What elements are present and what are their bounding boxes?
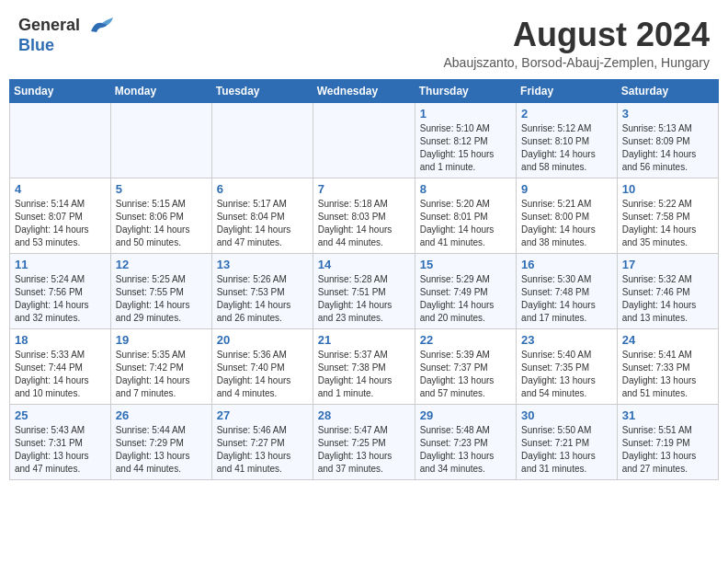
day-number: 16 [521,258,612,271]
col-wednesday: Wednesday [313,79,415,102]
day-info: Sunrise: 5:14 AM Sunset: 8:07 PM Dayligh… [15,198,106,249]
calendar-week-row: 1Sunrise: 5:10 AM Sunset: 8:12 PM Daylig… [10,102,719,178]
day-info: Sunrise: 5:33 AM Sunset: 7:44 PM Dayligh… [15,349,106,400]
day-info: Sunrise: 5:13 AM Sunset: 8:09 PM Dayligh… [622,122,713,174]
calendar-title-area: August 2024 Abaujszanto, Borsod-Abauj-Ze… [444,17,711,70]
calendar-cell: 18Sunrise: 5:33 AM Sunset: 7:44 PM Dayli… [10,328,111,404]
calendar-cell: 4Sunrise: 5:14 AM Sunset: 8:07 PM Daylig… [10,178,111,253]
day-number: 15 [420,258,511,271]
calendar-cell: 10Sunrise: 5:22 AM Sunset: 7:58 PM Dayli… [617,178,718,253]
day-info: Sunrise: 5:48 AM Sunset: 7:23 PM Dayligh… [420,424,511,476]
calendar-cell [10,102,111,178]
day-number: 2 [521,107,612,121]
logo-text: General [18,17,113,36]
day-number: 9 [521,182,612,196]
day-number: 28 [318,408,410,422]
calendar-cell: 8Sunrise: 5:20 AM Sunset: 8:01 PM Daylig… [415,178,516,253]
calendar-week-row: 4Sunrise: 5:14 AM Sunset: 8:07 PM Daylig… [10,178,719,253]
day-info: Sunrise: 5:22 AM Sunset: 7:58 PM Dayligh… [622,198,713,249]
day-info: Sunrise: 5:40 AM Sunset: 7:35 PM Dayligh… [521,349,612,400]
calendar-cell: 6Sunrise: 5:17 AM Sunset: 8:04 PM Daylig… [211,178,313,253]
calendar-week-row: 11Sunrise: 5:24 AM Sunset: 7:56 PM Dayli… [10,253,719,328]
calendar-cell: 1Sunrise: 5:10 AM Sunset: 8:12 PM Daylig… [415,102,516,178]
calendar-cell [313,102,415,178]
page-header: General Blue August 2024 Abaujszanto, Bo… [9,9,719,74]
calendar-week-row: 25Sunrise: 5:43 AM Sunset: 7:31 PM Dayli… [10,404,719,479]
day-number: 3 [622,107,713,121]
logo: General Blue [18,17,113,55]
calendar-cell: 25Sunrise: 5:43 AM Sunset: 7:31 PM Dayli… [10,404,111,479]
day-number: 30 [521,408,612,422]
calendar-table: Sunday Monday Tuesday Wednesday Thursday… [9,79,719,480]
day-number: 12 [116,258,207,271]
col-friday: Friday [517,79,618,102]
day-info: Sunrise: 5:20 AM Sunset: 8:01 PM Dayligh… [420,198,511,249]
day-info: Sunrise: 5:15 AM Sunset: 8:06 PM Dayligh… [116,198,207,249]
day-number: 31 [622,408,713,422]
day-number: 14 [318,258,410,271]
logo-bird-icon [87,17,113,36]
day-number: 8 [420,182,511,196]
calendar-cell: 21Sunrise: 5:37 AM Sunset: 7:38 PM Dayli… [313,328,415,404]
day-info: Sunrise: 5:35 AM Sunset: 7:42 PM Dayligh… [116,349,207,400]
day-info: Sunrise: 5:18 AM Sunset: 8:03 PM Dayligh… [318,198,410,249]
day-number: 22 [420,333,511,347]
day-number: 10 [622,182,713,196]
calendar-cell: 29Sunrise: 5:48 AM Sunset: 7:23 PM Dayli… [415,404,516,479]
calendar-cell: 19Sunrise: 5:35 AM Sunset: 7:42 PM Dayli… [110,328,211,404]
day-info: Sunrise: 5:41 AM Sunset: 7:33 PM Dayligh… [622,349,713,400]
day-number: 23 [521,333,612,347]
logo-general: General [18,16,80,34]
calendar-title: August 2024 [444,17,711,53]
day-number: 13 [217,258,308,271]
col-monday: Monday [110,79,211,102]
calendar-cell: 17Sunrise: 5:32 AM Sunset: 7:46 PM Dayli… [617,253,718,328]
calendar-cell: 26Sunrise: 5:44 AM Sunset: 7:29 PM Dayli… [110,404,211,479]
day-info: Sunrise: 5:32 AM Sunset: 7:46 PM Dayligh… [622,273,713,325]
calendar-cell: 2Sunrise: 5:12 AM Sunset: 8:10 PM Daylig… [517,102,618,178]
day-info: Sunrise: 5:17 AM Sunset: 8:04 PM Dayligh… [217,198,308,249]
day-number: 11 [15,258,106,271]
calendar-cell: 9Sunrise: 5:21 AM Sunset: 8:00 PM Daylig… [517,178,618,253]
calendar-cell: 14Sunrise: 5:28 AM Sunset: 7:51 PM Dayli… [313,253,415,328]
col-sunday: Sunday [10,79,111,102]
day-number: 24 [622,333,713,347]
calendar-cell: 16Sunrise: 5:30 AM Sunset: 7:48 PM Dayli… [517,253,618,328]
day-number: 1 [420,107,511,121]
col-saturday: Saturday [617,79,718,102]
col-thursday: Thursday [415,79,516,102]
day-info: Sunrise: 5:43 AM Sunset: 7:31 PM Dayligh… [15,424,106,476]
day-number: 18 [15,333,106,347]
day-number: 6 [217,182,308,196]
calendar-cell [110,102,211,178]
day-info: Sunrise: 5:28 AM Sunset: 7:51 PM Dayligh… [318,273,410,325]
day-info: Sunrise: 5:44 AM Sunset: 7:29 PM Dayligh… [116,424,207,476]
calendar-cell: 27Sunrise: 5:46 AM Sunset: 7:27 PM Dayli… [211,404,313,479]
calendar-cell: 28Sunrise: 5:47 AM Sunset: 7:25 PM Dayli… [313,404,415,479]
calendar-cell: 13Sunrise: 5:26 AM Sunset: 7:53 PM Dayli… [211,253,313,328]
day-info: Sunrise: 5:51 AM Sunset: 7:19 PM Dayligh… [622,424,713,476]
day-info: Sunrise: 5:47 AM Sunset: 7:25 PM Dayligh… [318,424,410,476]
day-info: Sunrise: 5:46 AM Sunset: 7:27 PM Dayligh… [217,424,308,476]
logo-blue: Blue [18,36,54,54]
day-info: Sunrise: 5:21 AM Sunset: 8:00 PM Dayligh… [521,198,612,249]
day-info: Sunrise: 5:10 AM Sunset: 8:12 PM Dayligh… [420,122,511,174]
day-info: Sunrise: 5:37 AM Sunset: 7:38 PM Dayligh… [318,349,410,400]
calendar-cell: 31Sunrise: 5:51 AM Sunset: 7:19 PM Dayli… [617,404,718,479]
day-number: 17 [622,258,713,271]
day-number: 21 [318,333,410,347]
calendar-cell: 22Sunrise: 5:39 AM Sunset: 7:37 PM Dayli… [415,328,516,404]
day-number: 5 [116,182,207,196]
day-info: Sunrise: 5:12 AM Sunset: 8:10 PM Dayligh… [521,122,612,174]
day-number: 26 [116,408,207,422]
day-number: 25 [15,408,106,422]
calendar-cell: 3Sunrise: 5:13 AM Sunset: 8:09 PM Daylig… [617,102,718,178]
calendar-subtitle: Abaujszanto, Borsod-Abauj-Zemplen, Hunga… [444,55,711,70]
day-info: Sunrise: 5:30 AM Sunset: 7:48 PM Dayligh… [521,273,612,325]
calendar-cell: 24Sunrise: 5:41 AM Sunset: 7:33 PM Dayli… [617,328,718,404]
calendar-week-row: 18Sunrise: 5:33 AM Sunset: 7:44 PM Dayli… [10,328,719,404]
col-tuesday: Tuesday [211,79,313,102]
day-number: 29 [420,408,511,422]
calendar-cell: 11Sunrise: 5:24 AM Sunset: 7:56 PM Dayli… [10,253,111,328]
day-info: Sunrise: 5:36 AM Sunset: 7:40 PM Dayligh… [217,349,308,400]
